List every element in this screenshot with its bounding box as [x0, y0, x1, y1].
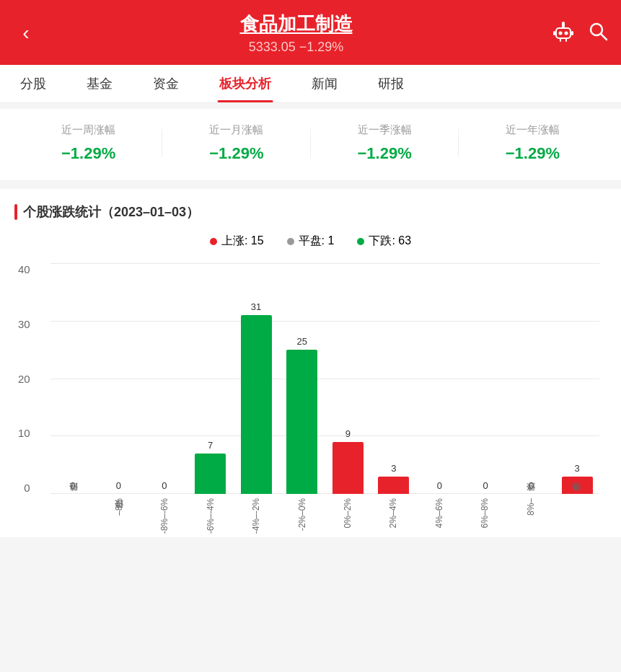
- period-quarter-label: 近一季涨幅: [311, 123, 459, 137]
- bar-value-label: 31: [251, 301, 261, 312]
- section-title: 个股涨跌统计（2023–01–03）: [14, 203, 607, 221]
- x-label: 4%–6%: [434, 498, 444, 528]
- header: ‹ 食品加工制造 5333.05 −1.29%: [0, 0, 621, 65]
- legend-flat: 平盘: 1: [287, 234, 335, 249]
- period-year-value: −1.29%: [459, 144, 607, 163]
- bar-value-label: 0: [116, 480, 121, 491]
- x-label: -6%–-4%: [206, 498, 216, 534]
- bar-value-label: 3: [575, 463, 580, 474]
- bar-rect: [378, 477, 409, 494]
- svg-rect-5: [553, 31, 555, 35]
- legend-up-label: 上涨: 15: [221, 234, 264, 249]
- period-month: 近一月涨幅 −1.29%: [162, 123, 310, 163]
- bar-group: 0: [50, 263, 95, 494]
- x-label: 6%–8%: [480, 498, 490, 528]
- bar-value-label: 25: [296, 336, 307, 347]
- tab-zijin[interactable]: 资金: [133, 65, 199, 102]
- bar-rect: [195, 454, 226, 494]
- x-label: 跌停–8%: [114, 498, 124, 516]
- legend-down-label: 下跌: 63: [369, 234, 411, 249]
- chart-container: 40 30 20 10 0 00073125930003 跌停跌停–8%-8%–…: [14, 263, 607, 537]
- x-label-group: -8%–-6%: [142, 494, 188, 537]
- bar-value-label: 0: [437, 480, 442, 491]
- back-button[interactable]: ‹: [12, 22, 40, 45]
- x-label: 8%–涨停: [526, 498, 536, 516]
- bar-group: 0: [463, 263, 508, 494]
- tab-yanbao[interactable]: 研报: [358, 65, 424, 102]
- y-label-10: 10: [18, 427, 30, 439]
- legend-flat-label: 平盘: 1: [299, 234, 335, 249]
- x-label-group: -6%–-4%: [188, 494, 233, 537]
- section-title-text: 个股涨跌统计（2023–01–03）: [23, 203, 199, 221]
- page-subtitle: 5333.05 −1.29%: [40, 40, 552, 55]
- period-month-label: 近一月涨幅: [162, 123, 310, 137]
- bar-value-label: 0: [162, 480, 167, 491]
- svg-line-10: [601, 34, 607, 40]
- search-icon[interactable]: [586, 19, 609, 48]
- x-axis: 跌停跌停–8%-8%–-6%-6%–-4%-4%–-2%-2%–0%0%–2%2…: [50, 494, 599, 537]
- bar-group: 9: [325, 263, 370, 494]
- bar-rect: [332, 442, 364, 494]
- header-center: 食品加工制造 5333.05 −1.29%: [40, 12, 552, 55]
- x-label-group: 跌停: [50, 494, 96, 537]
- svg-point-2: [565, 31, 568, 35]
- chart-legend: 上涨: 15 平盘: 1 下跌: 63: [14, 234, 607, 249]
- bar-group: 3: [371, 263, 416, 494]
- svg-rect-0: [556, 28, 571, 38]
- legend-flat-dot: [287, 238, 294, 245]
- chart-area: 40 30 20 10 0 00073125930003 跌停跌停–8%-8%–…: [50, 263, 599, 537]
- x-label-group: 0%–2%: [325, 494, 371, 537]
- bar-group: 7: [188, 263, 233, 494]
- svg-point-4: [562, 22, 565, 25]
- y-axis: 40 30 20 10 0: [18, 263, 30, 537]
- header-icons: [552, 19, 609, 48]
- tab-fenggu[interactable]: 分股: [0, 65, 66, 102]
- bar-rect: [286, 350, 317, 494]
- bar-value-label: 9: [345, 428, 351, 439]
- x-label-group: 6%–8%: [462, 494, 508, 537]
- period-section: 近一周涨幅 −1.29% 近一月涨幅 −1.29% 近一季涨幅 −1.29% 近…: [0, 109, 621, 180]
- svg-point-1: [559, 31, 563, 35]
- bar-group: 0: [142, 263, 187, 494]
- period-quarter: 近一季涨幅 −1.29%: [311, 123, 459, 163]
- period-quarter-value: −1.29%: [311, 144, 459, 163]
- robot-icon[interactable]: [552, 19, 575, 48]
- bar-group: 25: [280, 263, 325, 494]
- x-label-group: -4%–-2%: [234, 494, 279, 537]
- x-label: -2%–0%: [297, 498, 307, 531]
- tab-bankuai[interactable]: 板块分析: [199, 65, 291, 102]
- bar-group: 0: [97, 263, 141, 494]
- period-week: 近一周涨幅 −1.29%: [14, 123, 162, 163]
- tab-jijin[interactable]: 基金: [66, 65, 133, 102]
- bar-rect: [241, 315, 272, 494]
- tab-xinwen[interactable]: 新闻: [291, 65, 358, 102]
- legend-up: 上涨: 15: [210, 234, 264, 249]
- bar-value-label: 7: [208, 440, 213, 451]
- svg-rect-6: [571, 31, 573, 35]
- y-label-20: 20: [18, 373, 30, 385]
- legend-down: 下跌: 63: [357, 234, 411, 249]
- title-bar-icon: [14, 204, 17, 220]
- x-label: -4%–-2%: [251, 498, 261, 534]
- y-label-0: 0: [18, 482, 30, 494]
- x-label: 0%–2%: [343, 498, 353, 528]
- bar-value-label: 3: [391, 463, 396, 474]
- x-label-group: 跌停–8%: [96, 494, 141, 537]
- bar-value-label: 0: [483, 480, 488, 491]
- x-label-group: -2%–0%: [279, 494, 325, 537]
- x-label-group: 2%–4%: [371, 494, 416, 537]
- period-week-label: 近一周涨幅: [14, 123, 162, 137]
- period-year-label: 近一年涨幅: [459, 123, 607, 137]
- page-title: 食品加工制造: [40, 12, 552, 37]
- bars-wrapper: 00073125930003: [50, 263, 599, 494]
- period-month-value: −1.29%: [162, 144, 310, 163]
- bar-rect: [562, 477, 593, 494]
- x-label: -8%–-6%: [159, 498, 169, 534]
- period-week-value: −1.29%: [14, 144, 162, 163]
- legend-up-dot: [210, 238, 217, 245]
- bar-group: 3: [555, 263, 599, 494]
- x-label-group: 8%–涨停: [508, 494, 553, 537]
- x-label-group: 4%–6%: [416, 494, 462, 537]
- bar-group: 0: [418, 263, 462, 494]
- bar-group: 0: [509, 263, 554, 494]
